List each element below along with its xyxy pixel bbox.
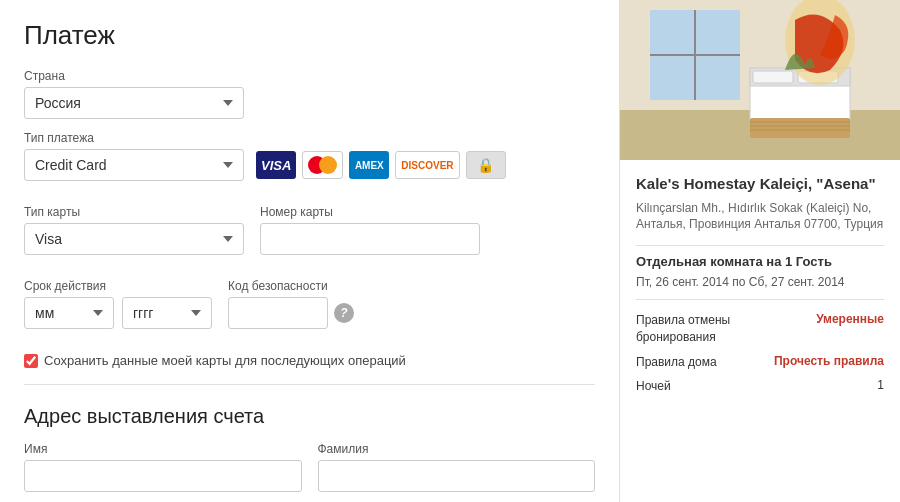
first-name-input[interactable]	[24, 460, 302, 492]
visa-icon: VISA	[256, 151, 296, 179]
nights-row: Ночей 1	[636, 374, 884, 399]
card-number-input[interactable]	[260, 223, 480, 255]
dates-info: Пт, 26 сент. 2014 по Сб, 27 сент. 2014	[636, 275, 884, 289]
nights-label: Ночей	[636, 374, 772, 399]
house-rules-value: Прочесть правила	[772, 350, 884, 375]
card-type-select[interactable]: Visa Mastercard Amex Discover	[24, 223, 244, 255]
property-name: Kale's Homestay Kaleiçi, "Asena"	[636, 174, 884, 194]
lock-icon: 🔒	[466, 151, 506, 179]
property-details-table: Правила отмены бронирования Умеренные Пр…	[636, 308, 884, 399]
house-rules-row: Правила дома Прочесть правила	[636, 350, 884, 375]
mastercard-icon	[302, 151, 343, 179]
card-icons: VISA AMEX DISCOVER �	[256, 151, 506, 179]
nights-value: 1	[772, 374, 884, 399]
security-code-input[interactable]	[228, 297, 328, 329]
country-label: Страна	[24, 69, 595, 83]
discover-icon: DISCOVER	[395, 151, 459, 179]
save-card-checkbox[interactable]	[24, 354, 38, 368]
save-card-label: Сохранить данные моей карты для последую…	[44, 353, 406, 368]
payment-type-select[interactable]: Credit Card PayPal	[24, 149, 244, 181]
first-name-label: Имя	[24, 442, 302, 456]
svg-rect-8	[753, 71, 793, 83]
expiry-month-select[interactable]: мм 010203 040506 070809 101112	[24, 297, 114, 329]
cancellation-row: Правила отмены бронирования Умеренные	[636, 308, 884, 350]
expiry-year-select[interactable]: гггг 201420152016 201720182019 2020	[122, 297, 212, 329]
expiry-label: Срок действия	[24, 279, 212, 293]
help-icon[interactable]: ?	[334, 303, 354, 323]
property-info: Kale's Homestay Kaleiçi, "Asena" Kilınça…	[620, 160, 900, 413]
house-rules-label: Правила дома	[636, 350, 772, 375]
property-divider-2	[636, 299, 884, 300]
last-name-label: Фамилия	[318, 442, 596, 456]
card-number-label: Номер карты	[260, 205, 480, 219]
property-address: Kilınçarslan Mh., Hıdırlık Sokak (Kaleiç…	[636, 200, 884, 234]
property-divider	[636, 245, 884, 246]
section-divider	[24, 384, 595, 385]
page-title: Платеж	[24, 20, 595, 51]
payment-type-label: Тип платежа	[24, 131, 595, 145]
svg-rect-11	[750, 118, 850, 138]
cancellation-value: Умеренные	[772, 308, 884, 350]
property-image	[620, 0, 900, 160]
card-type-label: Тип карты	[24, 205, 244, 219]
amex-icon: AMEX	[349, 151, 389, 179]
cancellation-label: Правила отмены бронирования	[636, 308, 772, 350]
last-name-input[interactable]	[318, 460, 596, 492]
billing-section-title: Адрес выставления счета	[24, 405, 595, 428]
country-select[interactable]: Россия США Германия	[24, 87, 244, 119]
security-label: Код безопасности	[228, 279, 354, 293]
room-info: Отдельная комната на 1 Гость	[636, 254, 884, 269]
